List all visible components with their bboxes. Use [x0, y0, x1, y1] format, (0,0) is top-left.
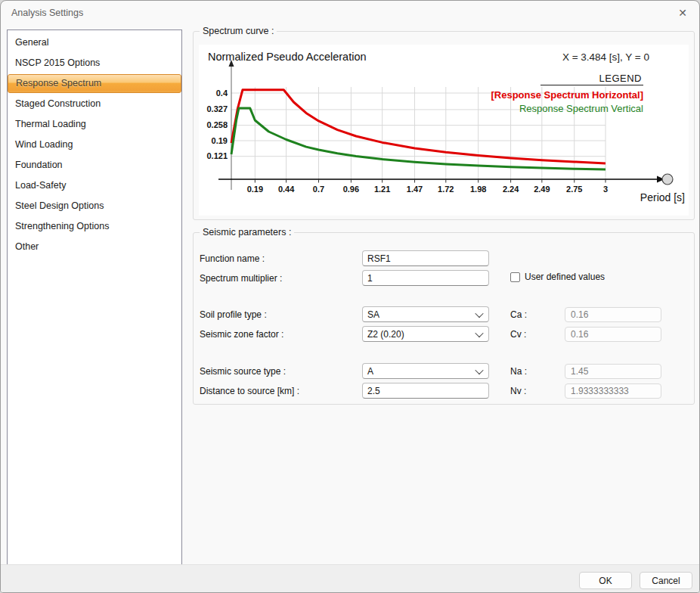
sidebar-item-steel-design-options[interactable]: Steel Design Options — [8, 196, 181, 216]
cv-value-field: 0.16 — [565, 327, 661, 342]
chevron-down-icon — [475, 309, 483, 317]
x-axis-title: Period [s] — [640, 191, 685, 203]
analysis-settings-dialog: Analysis Settings ✕ GeneralNSCP 2015 Opt… — [0, 0, 700, 593]
sidebar-item-foundation[interactable]: Foundation — [8, 155, 181, 175]
function-name-input[interactable] — [362, 250, 489, 266]
x-tick-label: 0.96 — [343, 185, 359, 194]
legend-title: LEGEND — [599, 73, 642, 84]
cv-label: Cv : — [510, 329, 526, 340]
distance-to-source-input[interactable] — [362, 383, 489, 399]
sidebar-item-wind-loading[interactable]: Wind Loading — [8, 135, 181, 155]
seismic-source-type-label: Seismic source type : — [200, 366, 286, 377]
dialog-footer: OK Cancel — [1, 564, 699, 592]
seismic-zone-factor-label: Seismic zone factor : — [200, 329, 283, 340]
legend-entry-vertical[interactable]: Response Spectrum Vertical — [519, 103, 643, 114]
x-tick-label: 2.49 — [534, 185, 550, 194]
soil-profile-type-select[interactable]: SA — [362, 306, 489, 322]
x-tick-label: 0.7 — [313, 185, 324, 194]
seismic-zone-factor-value: Z2 (0.20) — [367, 329, 404, 340]
y-tick-label: 0.258 — [206, 120, 228, 129]
x-tick-label: 1.72 — [438, 185, 454, 194]
x-tick-label: 1.21 — [374, 185, 390, 194]
x-tick-label: 2.75 — [566, 185, 582, 194]
spectrum-multiplier-label: Spectrum multiplier : — [200, 273, 282, 284]
x-tick-label: 3 — [603, 185, 608, 194]
x-tick-label: 0.19 — [247, 185, 263, 194]
cancel-button[interactable]: Cancel — [640, 572, 692, 589]
seismic-parameters-group-title: Seismic parameters : — [200, 227, 294, 238]
nv-label: Nv : — [510, 386, 526, 396]
axis-end-handle[interactable] — [662, 174, 673, 185]
y-tick-label: 0.327 — [206, 104, 228, 113]
y-tick-label: 0.121 — [206, 151, 228, 160]
settings-category-list: GeneralNSCP 2015 OptionsResponse Spectru… — [7, 29, 182, 566]
close-icon[interactable]: ✕ — [674, 5, 692, 21]
na-value-field: 1.45 — [565, 364, 661, 379]
x-tick-label: 1.98 — [470, 185, 486, 194]
spectrum-curve-groupbox: Spectrum curve : 0.190.440.70.961.211.47… — [193, 31, 695, 220]
ok-button[interactable]: OK — [579, 572, 632, 589]
distance-to-source-label: Distance to source [km] : — [200, 386, 299, 396]
sidebar-item-thermal-loading[interactable]: Thermal Loading — [8, 114, 181, 135]
title-bar: Analysis Settings — [1, 1, 699, 25]
function-name-label: Function name : — [200, 253, 265, 264]
series-horizontal-curve — [231, 90, 606, 163]
seismic-source-type-value: A — [367, 366, 373, 377]
window-title: Analysis Settings — [11, 8, 83, 18]
nv-value-field: 1.9333333333 — [565, 383, 661, 399]
x-tick-label: 0.44 — [278, 185, 295, 194]
sidebar-item-load-safety[interactable]: Load-Safety — [8, 175, 181, 196]
sidebar-item-staged-construction[interactable]: Staged Construction — [8, 94, 181, 114]
chevron-down-icon — [475, 328, 483, 337]
soil-profile-type-value: SA — [367, 309, 379, 320]
user-defined-values-checkbox[interactable]: User defined values — [510, 272, 605, 282]
user-defined-values-label: User defined values — [525, 272, 605, 282]
x-tick-label: 1.47 — [407, 185, 423, 194]
sidebar-item-strengthening-options[interactable]: Strengthening Options — [8, 216, 181, 237]
cursor-readout: X = 3.484 [s], Y = 0 — [562, 51, 649, 63]
response-spectrum-chart[interactable]: 0.190.440.70.961.211.471.721.982.242.492… — [199, 45, 689, 216]
chevron-down-icon — [475, 365, 483, 374]
sidebar-item-nscp-2015-options[interactable]: NSCP 2015 Options — [8, 53, 181, 73]
na-label: Na : — [510, 366, 527, 377]
chart-title: Normalized Pseudo Acceleration — [208, 51, 367, 63]
y-tick-label: 0.19 — [212, 136, 228, 145]
sidebar-item-response-spectrum[interactable]: Response Spectrum — [8, 74, 181, 93]
sidebar-item-other[interactable]: Other — [8, 237, 181, 257]
ca-label: Ca : — [510, 309, 527, 320]
checkbox-box-icon[interactable] — [510, 272, 520, 282]
ca-value-field: 0.16 — [565, 307, 661, 322]
legend-entry-horizontal[interactable]: [Response Spectrum Horizontal] — [491, 89, 643, 101]
seismic-source-type-select[interactable]: A — [362, 363, 489, 379]
soil-profile-type-label: Soil profile type : — [200, 309, 267, 320]
y-tick-label: 0.4 — [216, 88, 228, 98]
x-tick-label: 2.24 — [503, 185, 519, 194]
seismic-zone-factor-select[interactable]: Z2 (0.20) — [362, 326, 489, 342]
seismic-parameters-groupbox: Seismic parameters : Function name : Spe… — [193, 232, 695, 405]
spectrum-curve-group-title: Spectrum curve : — [200, 26, 277, 36]
spectrum-multiplier-input[interactable] — [362, 270, 489, 286]
sidebar-item-general[interactable]: General — [8, 33, 181, 53]
